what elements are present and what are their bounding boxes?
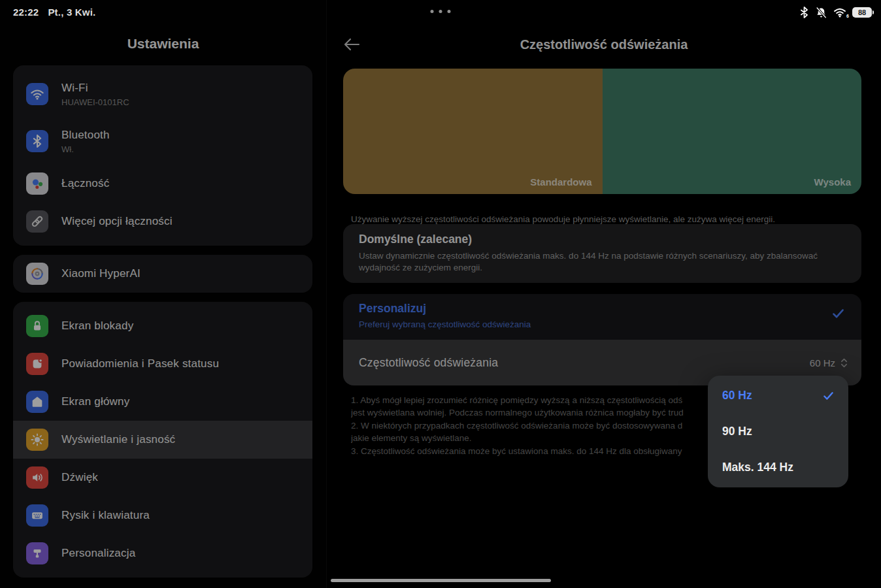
wifi-generation-label: 6 — [846, 14, 849, 18]
refresh-rate-dropdown: 60 Hz 90 Hz Maks. 144 Hz — [708, 376, 848, 487]
date: Pt., 3 Kwi. — [48, 7, 95, 18]
dropdown-item-144hz[interactable]: Maks. 144 Hz — [708, 449, 848, 485]
clock: 22:22 — [13, 7, 39, 18]
camera-cutout-dots — [431, 10, 451, 13]
dropdown-item-60hz[interactable]: 60 Hz — [708, 378, 848, 414]
check-icon — [823, 391, 834, 400]
battery-icon: 88 — [852, 7, 872, 18]
screen: 22:22 Pt., 3 Kwi. — [0, 0, 881, 588]
status-icons: 6 88 — [799, 5, 872, 20]
modal-scrim[interactable] — [0, 0, 881, 588]
dropdown-item-label: 60 Hz — [722, 389, 752, 402]
dropdown-item-label: 90 Hz — [722, 425, 752, 438]
battery-percent: 88 — [858, 8, 866, 16]
wifi-icon: 6 — [833, 7, 846, 18]
dropdown-item-90hz[interactable]: 90 Hz — [708, 414, 848, 449]
dropdown-item-label: Maks. 144 Hz — [722, 461, 793, 474]
status-bar: 22:22 Pt., 3 Kwi. — [0, 0, 881, 25]
home-indicator-bar[interactable] — [331, 579, 551, 582]
bluetooth-icon — [799, 7, 809, 18]
notifications-off-icon — [815, 7, 827, 19]
status-time-date: 22:22 Pt., 3 Kwi. — [13, 7, 95, 18]
